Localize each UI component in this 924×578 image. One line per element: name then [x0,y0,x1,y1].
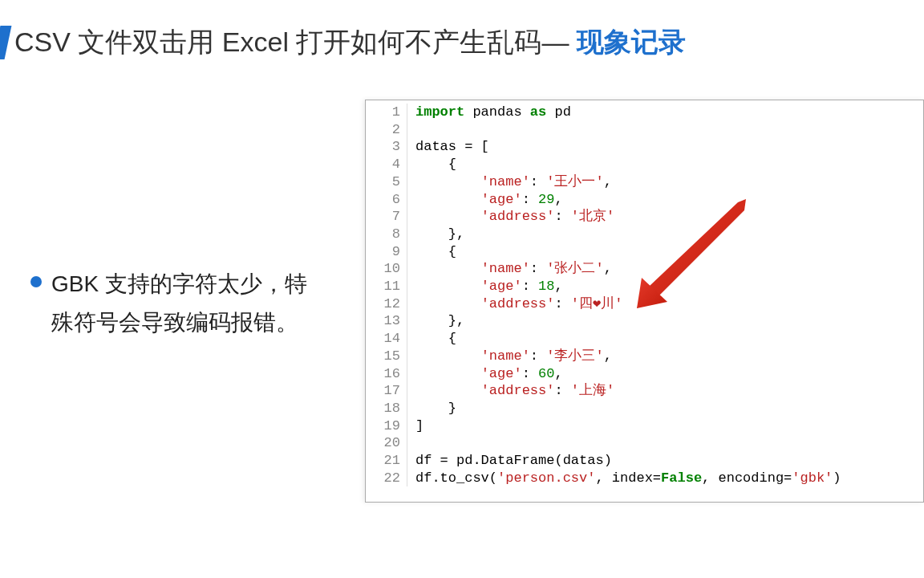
code-line: ] [415,417,841,435]
code-line: 'name': '李小三', [415,348,841,365]
code-line: 'name': '王小一', [415,173,841,191]
code-line: df.to_csv('person.csv', index=False, enc… [415,470,841,487]
code-line: }, [415,312,841,330]
code-line: df = pd.DataFrame(datas) [415,452,841,470]
line-number: 22 [366,470,400,487]
bullet-item: GBK 支持的字符太少，特殊符号会导致编码报错。 [30,265,327,341]
code-line [415,121,841,139]
line-number: 10 [366,260,400,278]
line-number: 2 [366,121,400,139]
code-line: import pandas as pd [415,104,841,121]
code-line: 'age': 18, [415,278,841,295]
line-number: 5 [366,173,400,191]
code-line: 'age': 29, [415,191,841,209]
code-line: { [415,156,841,173]
code-area: 12345678910111213141516171819202122 impo… [366,100,923,486]
line-number: 8 [366,226,400,243]
bullet-list: GBK 支持的字符太少，特殊符号会导致编码报错。 [30,265,327,341]
code-line [415,434,841,452]
line-number: 15 [366,348,400,365]
line-number: 3 [366,138,400,156]
line-number: 11 [366,278,400,295]
title-emphasis: 现象记录 [577,26,686,57]
line-number: 16 [366,365,400,383]
line-number: 4 [366,156,400,173]
bullet-dot-icon [30,276,42,287]
bullet-text: GBK 支持的字符太少，特殊符号会导致编码报错。 [51,265,327,341]
code-line: 'address': '上海' [415,382,841,400]
code-line: } [415,400,841,417]
line-number: 13 [366,312,400,330]
line-number: 21 [366,452,400,470]
line-number: 12 [366,295,400,313]
line-number: 19 [366,417,400,435]
line-number: 6 [366,191,400,209]
code-line: { [415,243,841,261]
line-number: 14 [366,330,400,348]
line-number: 17 [366,382,400,400]
line-number: 1 [366,104,400,121]
code-screenshot: 12345678910111213141516171819202122 impo… [365,100,924,503]
line-number: 18 [366,400,400,417]
line-gutter: 12345678910111213141516171819202122 [366,104,407,486]
line-number: 20 [366,434,400,452]
code-content: import pandas as pd datas = [ { 'name': … [407,104,841,486]
line-number: 9 [366,243,400,261]
code-line: { [415,330,841,348]
code-line: 'name': '张小二', [415,260,841,278]
code-line: }, [415,226,841,243]
code-line: 'address': '北京' [415,208,841,226]
title-main: CSV 文件双击用 Excel 打开如何不产生乱码— [14,26,577,57]
code-line: 'address': '四❤川' [415,295,841,313]
code-line: 'age': 60, [415,365,841,383]
title-accent-bar [0,26,11,59]
code-line: datas = [ [415,138,841,156]
line-number: 7 [366,208,400,226]
slide-title: CSV 文件双击用 Excel 打开如何不产生乱码— 现象记录 [0,24,686,61]
title-text: CSV 文件双击用 Excel 打开如何不产生乱码— 现象记录 [14,24,686,61]
